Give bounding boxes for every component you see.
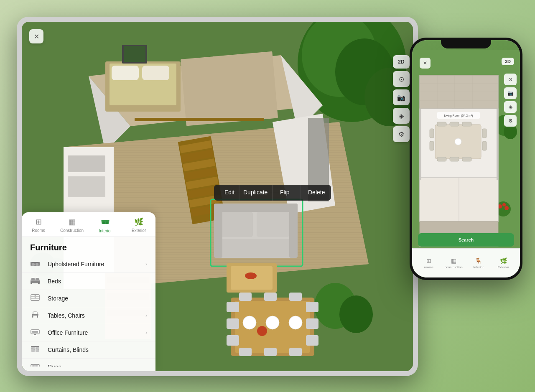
phone-camera-button[interactable]: 📷 [504,87,517,99]
svg-point-6 [339,295,373,333]
svg-point-102 [35,295,36,296]
svg-rect-63 [306,318,318,329]
furniture-panel: ⊞ Rooms ▦ Construction [22,212,155,371]
svg-point-58 [257,326,267,336]
svg-rect-163 [420,109,421,180]
tab-bar: ⊞ Rooms ▦ Construction [22,212,155,237]
phone-settings-button[interactable]: ⚙ [504,115,517,127]
svg-rect-105 [32,316,33,318]
phone-right-toolbar: ⊙ 📷 ◈ ⚙ [504,74,517,127]
svg-rect-153 [450,157,459,161]
tab-exterior[interactable]: 🌿 Exterior [122,217,155,233]
svg-rect-150 [450,122,459,126]
rugs-icon [30,363,42,367]
svg-rect-118 [32,365,38,367]
phone-screen: Living Room (54,2 m²) [412,40,520,277]
svg-rect-156 [430,141,434,150]
tab-construction[interactable]: ▦ Construction [55,217,89,233]
svg-rect-157 [482,129,487,138]
svg-text:Living Room (54,2 m²): Living Room (54,2 m²) [444,114,473,117]
svg-rect-82 [124,46,145,62]
svg-rect-95 [31,278,35,280]
office-icon [30,328,42,337]
svg-rect-88 [32,263,35,266]
svg-rect-22 [68,176,105,197]
svg-rect-37 [220,212,253,237]
layers-button[interactable]: ◈ [393,108,410,124]
svg-point-44 [245,272,257,279]
svg-rect-60 [227,318,239,329]
svg-rect-155 [430,129,434,138]
phone-layers-button[interactable]: ◈ [504,101,517,113]
phone-tab-interior[interactable]: 🪑 Interior [466,257,491,269]
upholstered-icon [30,260,42,268]
svg-rect-89 [36,263,38,266]
chevron-icon-office: › [145,330,147,336]
phone-construction-icon: ▦ [451,257,456,264]
svg-rect-90 [31,262,40,263]
interior-icon [101,217,110,227]
exterior-icon: 🌿 [134,217,143,227]
furniture-item-upholstered[interactable]: Upholstered Furniture › [22,256,155,273]
svg-rect-66 [264,293,277,301]
svg-rect-98 [38,283,40,284]
svg-rect-97 [31,283,32,284]
svg-point-56 [266,316,279,329]
phone-tab-bar: ⊞ rooms ▦ construction 🪑 Interior 🌿 Exte… [412,248,520,277]
svg-rect-40 [289,204,298,258]
tab-rooms[interactable]: ⊞ Rooms [22,217,55,233]
tab-interior[interactable]: Interior [89,217,122,233]
furniture-item-rugs[interactable]: Rugs › [22,359,155,367]
svg-point-57 [289,316,302,329]
svg-rect-68 [239,348,252,356]
svg-text:Edit: Edit [224,189,234,196]
svg-rect-38 [257,212,289,237]
svg-rect-69 [264,348,277,356]
svg-rect-67 [289,293,302,301]
phone-rooms-icon: ⊞ [426,257,431,264]
svg-rect-86 [101,220,110,221]
phone-select-button[interactable]: ⊙ [504,74,517,85]
svg-rect-149 [437,122,446,126]
close-button[interactable]: ✕ [29,29,43,43]
svg-rect-21 [68,155,105,172]
right-toolbar: 2D ⊙ 📷 ◈ ⚙ [393,55,410,142]
phone-search-button[interactable]: Search [418,233,514,247]
phone-close-button[interactable]: ✕ [420,58,431,69]
furniture-list: Furniture [22,237,155,367]
phone-interior-icon: 🪑 [475,257,482,264]
select-tool-button[interactable]: ⊙ [393,71,410,87]
furniture-item-tables[interactable]: Tables, Chairs › [22,307,155,324]
phone-tab-rooms[interactable]: ⊞ rooms [416,257,441,269]
curtains-icon [30,346,42,354]
svg-rect-84 [102,221,105,224]
phone-view-mode-button[interactable]: 3D [502,58,514,65]
tablet-device: Edit Duplicate Flip Delete [17,17,418,376]
svg-rect-59 [227,302,239,312]
view-mode-button[interactable]: 2D [393,55,410,69]
phone-device: Living Room (54,2 m²) [410,38,522,280]
furniture-item-curtains[interactable]: Curtains, Blinds › [22,341,155,359]
furniture-item-beds[interactable]: Beds › [22,273,155,290]
settings-button[interactable]: ⚙ [393,126,410,142]
svg-rect-80 [142,66,169,80]
phone-tab-construction[interactable]: ▦ construction [441,257,466,269]
svg-rect-85 [106,221,108,224]
furniture-item-storage[interactable]: Storage › [22,290,155,307]
tablet-screen: Edit Duplicate Flip Delete [22,22,413,371]
phone-tab-exterior[interactable]: 🌿 Exterior [491,257,516,269]
camera-button[interactable]: 📷 [393,89,410,105]
beds-icon [30,277,42,285]
furniture-item-office[interactable]: Office Furniture › [22,324,155,341]
storage-icon [30,294,42,303]
svg-point-55 [243,316,256,329]
svg-rect-91 [31,262,32,266]
svg-rect-164 [497,109,498,180]
svg-text:Delete: Delete [308,189,325,196]
svg-rect-62 [306,302,318,312]
svg-point-159 [455,138,461,145]
svg-rect-152 [437,157,446,161]
panel-title: Furniture [22,237,155,256]
main-scene: Edit Duplicate Flip Delete [0,0,535,392]
svg-rect-112 [31,346,39,347]
